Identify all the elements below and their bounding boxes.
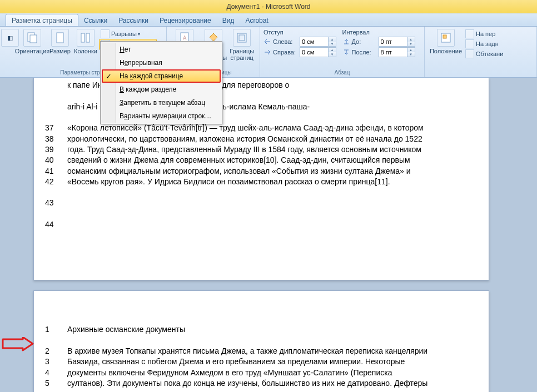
tab-acrobat[interactable]: Acrobat — [240, 14, 274, 26]
ribbon: ◧ Ориентация Размер Колонки — [0, 27, 537, 78]
menu-item-each-page[interactable]: ✓ На каждой странице — [102, 69, 221, 83]
size-button[interactable]: Размер — [48, 28, 72, 68]
group-paragraph-label: Абзац — [263, 68, 421, 77]
indent-left-icon — [263, 38, 271, 46]
line-number — [45, 80, 67, 91]
indent-right-input[interactable] — [300, 47, 329, 57]
position-button[interactable]: Положение — [428, 28, 464, 68]
document-line — [45, 187, 474, 198]
line-number: 43 — [45, 198, 67, 208]
bring-front-button[interactable]: На пер — [464, 29, 505, 39]
spacing-before-spinner[interactable]: ▲▼ — [407, 37, 415, 47]
tab-page-layout[interactable]: Разметка страницы — [6, 14, 78, 26]
document-line: 39года. Труд Саад-эд-Дина, представленны… — [45, 144, 474, 155]
document-line: 37«Корона летописей» (Tâcü't-Tevârîh[tr]… — [45, 123, 474, 133]
page-borders-button[interactable]: Границы страниц — [227, 28, 256, 68]
tab-references[interactable]: Ссылки — [78, 14, 113, 26]
position-icon — [437, 29, 455, 47]
line-number: 38 — [45, 134, 67, 144]
line-number: 37 — [45, 123, 67, 133]
line-text: султанов). Эти документы пока до конца н… — [67, 378, 474, 389]
svg-rect-10 — [443, 35, 446, 38]
tab-view[interactable]: Вид — [217, 14, 240, 26]
wrap-label: Обтекани — [476, 51, 503, 57]
indent-right-icon — [263, 48, 271, 56]
size-icon — [51, 29, 69, 47]
columns-button[interactable]: Колонки — [72, 28, 99, 68]
indent-left-row: Слева: ▲▼ — [263, 37, 342, 47]
bring-front-icon — [465, 29, 474, 38]
ribbon-tabs: Разметка страницы Ссылки Рассылки Реценз… — [0, 13, 537, 27]
line-number — [45, 187, 67, 198]
send-back-label: На задн — [476, 41, 499, 47]
indent-right-label: Справа: — [273, 49, 300, 56]
line-text — [67, 219, 474, 230]
text-wrap-button[interactable]: Обтекани — [464, 49, 505, 59]
indent-title: Отступ — [263, 29, 342, 36]
line-number: 42 — [45, 177, 67, 187]
spacing-before-row: До: ▲▼ — [342, 37, 421, 47]
line-number: 40 — [45, 155, 67, 165]
spacing-after-row: После: ▲▼ — [342, 47, 421, 57]
menu-item-none[interactable]: Нет — [102, 43, 221, 56]
size-label: Размер — [49, 48, 71, 54]
orientation-label: Ориентация — [15, 48, 49, 54]
line-text: «Корона летописей» (Tâcü't-Tevârîh[tr]) … — [67, 123, 474, 133]
tab-mailings[interactable]: Рассылки — [113, 14, 154, 26]
indent-right-spinner[interactable]: ▲▼ — [329, 47, 336, 57]
document-area[interactable]: к папе Иннокентию VIII как посол Баязида… — [0, 78, 537, 392]
line-number — [45, 102, 67, 112]
line-text — [67, 209, 474, 219]
document-line: 2В архиве музея Топкапы хранятся письма … — [45, 346, 474, 356]
line-text: Баязида, связанная с побегом Джема и его… — [67, 356, 474, 367]
menu-item-none-label: Нет — [120, 46, 131, 53]
menu-item-each-section[interactable]: В каждом разделе — [102, 83, 221, 96]
menu-item-suppress[interactable]: Запретить в текущем абзац — [102, 96, 221, 109]
document-line: 41османским официальным историографом, и… — [45, 166, 474, 177]
columns-icon — [77, 29, 95, 47]
indent-left-input[interactable] — [300, 37, 329, 47]
menu-item-continuous[interactable]: Непрерывная — [102, 56, 221, 69]
page-2: 1Архивные османские документы 2В архиве … — [33, 290, 489, 392]
svg-text:A: A — [182, 35, 186, 41]
line-text: «Восемь кругов рая». У Идриса Бидлиси он… — [67, 177, 474, 187]
svg-rect-2 — [57, 33, 63, 43]
breaks-button[interactable]: Разрывы ▾ — [99, 29, 157, 39]
menu-item-options-label: Варианты нумерации строк… — [120, 112, 211, 120]
document-line: 38хронологически, по царствованиям, изло… — [45, 134, 474, 144]
spacing-after-icon — [342, 48, 350, 56]
menu-item-suppress-label: Запретить в текущем абзац — [120, 99, 205, 107]
line-number — [45, 91, 67, 101]
spacing-title: Интервал — [342, 29, 421, 36]
breaks-icon — [101, 29, 110, 38]
columns-label: Колонки — [74, 48, 97, 54]
spacing-before-input[interactable] — [379, 37, 407, 47]
line-text — [67, 198, 474, 208]
line-number: 1 — [45, 324, 67, 335]
line-number: 41 — [45, 166, 67, 177]
document-line: 42«Восемь кругов рая». У Идриса Бидлиси … — [45, 177, 474, 187]
menu-item-options[interactable]: Варианты нумерации строк… — [102, 109, 221, 123]
orientation-button[interactable]: Ориентация — [17, 28, 48, 68]
indent-right-row: Справа: ▲▼ — [263, 47, 342, 57]
annotation-arrow — [2, 337, 35, 351]
spacing-after-spinner[interactable]: ▲▼ — [407, 47, 415, 57]
line-number: 3 — [45, 356, 67, 367]
bring-front-label: На пер — [476, 31, 495, 37]
line-number: 39 — [45, 144, 67, 155]
line-text: В архиве музея Топкапы хранятся письма Д… — [67, 346, 474, 356]
svg-rect-1 — [30, 35, 37, 43]
line-text — [67, 187, 474, 198]
line-text: документы включены Феридуном Ахмедом в е… — [67, 368, 474, 378]
title-bar: Документ1 - Microsoft Word — [0, 0, 537, 13]
tab-review[interactable]: Рецензирование — [154, 14, 217, 26]
send-back-button[interactable]: На задн — [464, 39, 505, 49]
indent-left-spinner[interactable]: ▲▼ — [329, 37, 336, 47]
spacing-after-label: После: — [352, 49, 379, 56]
svg-rect-3 — [81, 33, 84, 42]
spacing-after-input[interactable] — [379, 47, 407, 57]
line-number — [45, 209, 67, 219]
line-text: хронологически, по царствованиям, изложе… — [67, 134, 474, 144]
line-numbers-menu: Нет Непрерывная ✓ На каждой странице В к… — [100, 41, 222, 124]
page-borders-label: Границы страниц — [227, 48, 256, 61]
